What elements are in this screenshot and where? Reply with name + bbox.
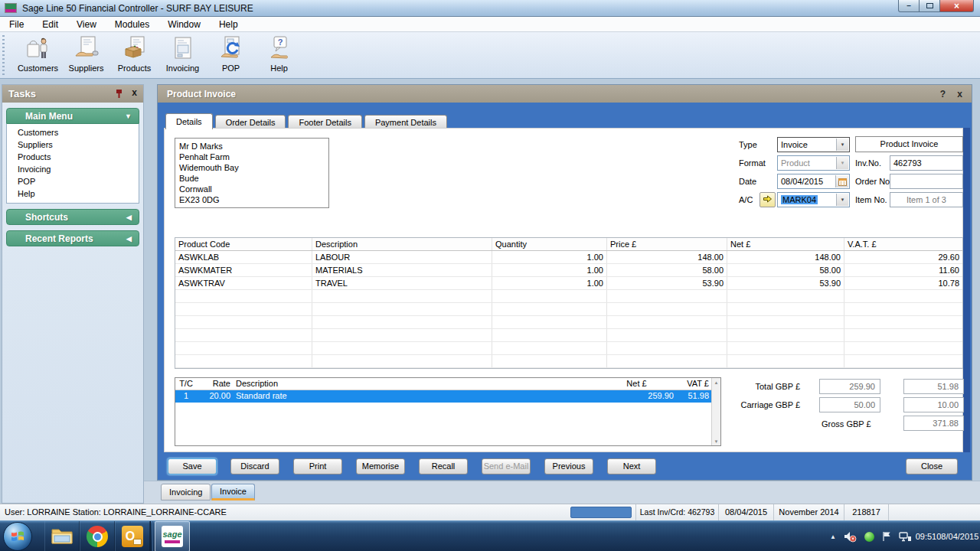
table-row[interactable]: 1 20.00 Standard rate 259.90 51.98 xyxy=(175,390,711,403)
start-button[interactable] xyxy=(3,522,32,551)
next-button[interactable]: Next xyxy=(607,458,656,474)
ac-dropdown[interactable]: MARK04 ▼ xyxy=(777,192,850,207)
recent-reports-header[interactable]: Recent Reports ◀ xyxy=(6,230,139,246)
toolbar-button-help[interactable]: ? Help xyxy=(255,34,303,77)
taskbar-button-outlook[interactable]: O xyxy=(115,521,150,551)
toolbar-button-customers[interactable]: Customers xyxy=(14,34,62,77)
col-description: Description xyxy=(312,238,492,250)
table-row[interactable]: ASWKTRAV TRAVEL 1.00 53.90 53.90 10.78 xyxy=(175,277,962,290)
order-no-field[interactable] xyxy=(890,174,963,189)
menu-item-window[interactable]: Window xyxy=(158,17,210,32)
recall-button[interactable]: Recall xyxy=(419,458,468,474)
invoice-tabs: Details Order Details Footer Details Pay… xyxy=(165,113,449,129)
discard-button[interactable]: Discard xyxy=(230,458,279,474)
empty-grid-row xyxy=(175,303,962,316)
tray-expand-icon[interactable]: ▲ xyxy=(830,533,836,540)
sidebar-item-customers[interactable]: Customers xyxy=(7,126,139,139)
save-button[interactable]: Save xyxy=(168,458,217,474)
items-grid-header: Product Code Description Quantity Price … xyxy=(175,238,962,251)
menu-item-file[interactable]: File xyxy=(0,17,33,32)
cell-rate: 20.00 xyxy=(197,390,232,403)
close-icon[interactable]: x xyxy=(957,89,962,99)
taskbar-clock[interactable]: 09:51 08/04/2015 xyxy=(920,531,975,542)
main-menu-list: Customers Suppliers Products Invoicing P… xyxy=(6,124,139,204)
menu-item-view[interactable]: View xyxy=(67,17,106,32)
col-net: Net £ xyxy=(727,238,844,250)
minimize-button[interactable]: – xyxy=(898,0,920,12)
statusbar: User: LORRAINE Station: LORRAINE_LORRAIN… xyxy=(0,504,980,520)
chevron-left-icon: ◀ xyxy=(126,214,132,221)
main-menu-header[interactable]: Main Menu ▼ xyxy=(6,108,139,124)
status-green-icon[interactable] xyxy=(864,532,874,542)
close-icon[interactable]: x xyxy=(132,87,137,98)
mdi-tab-strip: Invoicing Invoice xyxy=(144,481,980,504)
table-row[interactable]: ASWKLAB LABOUR 1.00 148.00 148.00 29.60 xyxy=(175,251,962,264)
toolbar-button-pop[interactable]: POP xyxy=(207,34,255,77)
inv-no-field[interactable]: 462793 xyxy=(890,155,963,171)
date-value: 08/04/2015 xyxy=(781,177,823,186)
tax-grid-header: T/C Rate Description Net £ VAT £ xyxy=(175,378,711,390)
app-titlebar: Sage Line 50 Financial Controller - SURF… xyxy=(0,0,980,17)
taskbar-button-sage[interactable]: sage xyxy=(155,521,190,551)
print-button[interactable]: Print xyxy=(293,458,342,474)
help-icon[interactable]: ? xyxy=(940,89,946,99)
format-value: Product xyxy=(781,158,810,168)
sidebar-item-help[interactable]: Help xyxy=(7,187,139,200)
sidebar-item-products[interactable]: Products xyxy=(7,151,139,163)
sage-logo-icon xyxy=(5,3,17,13)
chevron-down-icon[interactable]: ▼ xyxy=(836,139,848,151)
network-icon[interactable] xyxy=(899,531,912,542)
cell-price: 53.90 xyxy=(607,277,727,289)
col-quantity: Quantity xyxy=(492,238,607,250)
order-no-label: Order No xyxy=(855,176,890,187)
explorer-icon xyxy=(51,526,74,547)
status-progress-bar xyxy=(570,507,632,518)
menu-item-modules[interactable]: Modules xyxy=(106,17,158,32)
item-no-label: Item No. xyxy=(855,194,887,205)
pin-icon[interactable] xyxy=(115,89,123,100)
toolbar-button-invoicing[interactable]: Invoicing xyxy=(158,34,207,77)
toolbar-button-products[interactable]: Products xyxy=(110,34,158,77)
maximize-button[interactable] xyxy=(920,0,940,12)
finder-arrow-icon xyxy=(763,194,773,205)
shortcuts-header[interactable]: Shortcuts ◀ xyxy=(6,209,139,225)
toolbar-button-suppliers[interactable]: Suppliers xyxy=(62,34,110,77)
previous-button[interactable]: Previous xyxy=(544,458,593,474)
sidebar-item-pop[interactable]: POP xyxy=(7,175,139,187)
toolbar-label: Customers xyxy=(18,64,58,73)
chevron-down-icon[interactable]: ▼ xyxy=(836,194,848,206)
tab-invoicing[interactable]: Invoicing xyxy=(161,484,211,500)
product-invoice-window: Product Invoice ? x Details Order Detail… xyxy=(157,84,972,481)
empty-grid-row xyxy=(175,290,962,303)
col-product-code: Product Code xyxy=(175,238,312,250)
tab-invoice[interactable]: Invoice xyxy=(211,484,255,500)
action-center-flag-icon[interactable] xyxy=(882,531,891,542)
type-dropdown[interactable]: Invoice ▼ xyxy=(777,137,850,152)
calendar-icon[interactable] xyxy=(835,175,848,187)
shortcuts-label: Shortcuts xyxy=(25,212,68,223)
memorise-button[interactable]: Memorise xyxy=(356,458,405,474)
status-date: 08/04/2015 xyxy=(718,504,773,521)
status-empty-segment xyxy=(888,504,980,521)
close-window-button[interactable]: Close xyxy=(906,458,958,474)
ac-lookup-button[interactable] xyxy=(760,192,776,207)
close-button[interactable]: × xyxy=(940,0,974,12)
menu-item-edit[interactable]: Edit xyxy=(33,17,67,32)
menu-item-help[interactable]: Help xyxy=(210,17,247,32)
sidebar-item-invoicing[interactable]: Invoicing xyxy=(7,163,139,175)
date-field[interactable]: 08/04/2015 xyxy=(777,174,850,189)
carriage-net-field[interactable]: 50.00 xyxy=(819,397,880,412)
window-title: Sage Line 50 Financial Controller - SURF… xyxy=(22,3,253,14)
tab-details[interactable]: Details xyxy=(165,113,213,129)
volume-muted-icon[interactable] xyxy=(844,531,857,543)
toolbar-label: Suppliers xyxy=(69,64,104,73)
taskbar-button-chrome[interactable] xyxy=(80,521,115,551)
window-edge-shade xyxy=(963,128,970,452)
sidebar-item-suppliers[interactable]: Suppliers xyxy=(7,139,139,151)
chevron-down-icon: ▼ xyxy=(125,112,132,120)
table-row[interactable]: ASWKMATER MATERIALS 1.00 58.00 58.00 11.… xyxy=(175,264,962,277)
scroll-down-icon[interactable]: ▼ xyxy=(712,437,720,445)
col-vat: V.A.T. £ xyxy=(844,238,962,250)
carriage-vat-field[interactable]: 10.00 xyxy=(903,397,964,412)
taskbar-button-explorer[interactable] xyxy=(44,521,80,551)
